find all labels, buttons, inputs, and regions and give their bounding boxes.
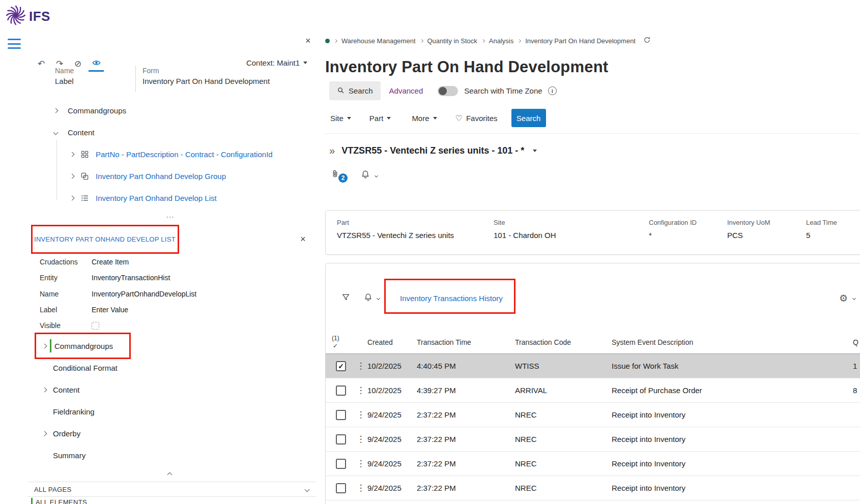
attachments-button[interactable]: 2 <box>331 168 348 183</box>
column-header-clipped[interactable]: Q <box>853 338 860 346</box>
row-checkbox[interactable]: ✓ <box>336 386 346 396</box>
field-label: Lead Time <box>806 219 837 226</box>
row-checkbox[interactable]: ✓ <box>336 361 346 371</box>
kebab-menu-icon[interactable]: ⋮ <box>357 386 365 395</box>
filter-funnel-icon[interactable] <box>341 293 350 304</box>
cell-created: 10/2/2025 <box>367 362 417 370</box>
table-row[interactable]: ✓ ⋮ 10/2/2025 4:39:27 PM ARRIVAL Receipt… <box>326 378 860 403</box>
more-filter-chip[interactable]: More <box>412 114 437 123</box>
chevron-down-icon[interactable] <box>53 130 58 135</box>
cell-transaction-time: 4:40:45 PM <box>417 362 515 370</box>
record-caret-icon[interactable] <box>533 150 537 152</box>
tree-item-commandgroups[interactable]: Commandgroups <box>49 103 126 117</box>
chevron-down-icon[interactable] <box>305 487 310 492</box>
column-header-transaction-code[interactable]: Transaction Code <box>515 338 612 346</box>
all-pages-row[interactable]: ALL PAGES <box>34 486 309 493</box>
row-checkbox[interactable]: ✓ <box>336 459 346 469</box>
chevron-right-icon[interactable] <box>42 343 47 348</box>
table-row[interactable]: ✓ ⋮ 9/24/2025 2:37:22 PM NREC Receipt in… <box>326 427 860 452</box>
gear-icon[interactable]: ⚙ <box>839 293 848 303</box>
column-header-system-event-description[interactable]: System Event Description <box>612 338 853 346</box>
refresh-icon[interactable] <box>643 36 651 45</box>
hamburger-menu-button[interactable] <box>8 39 21 49</box>
filter-row: Site Part More ♡ Favorites Search <box>330 109 546 127</box>
section-orderby[interactable]: Orderby <box>39 426 308 441</box>
tree-item-develop-group[interactable]: Inventory Part Onhand Develop Group <box>65 169 226 183</box>
section-summary[interactable]: Summary <box>39 448 308 463</box>
column-header-transaction-time[interactable]: Transaction Time <box>417 338 515 346</box>
favorites-button[interactable]: ♡ Favorites <box>455 113 498 123</box>
chevron-right-icon[interactable] <box>42 387 47 392</box>
tree-item-partno-field[interactable]: PartNo - PartDescription - Contract - Co… <box>65 147 273 161</box>
chevron-right-icon[interactable] <box>42 431 47 436</box>
kebab-menu-icon[interactable]: ⋮ <box>357 362 365 370</box>
row-checkbox[interactable]: ✓ <box>336 483 346 493</box>
chevron-down-icon[interactable] <box>377 296 380 300</box>
transactions-history-link[interactable]: Inventory Transactions History <box>400 294 503 303</box>
chevron-right-icon[interactable] <box>53 108 58 113</box>
all-elements-row[interactable]: ALL ELEMENTS <box>31 498 87 504</box>
section-fieldranking[interactable]: Fieldranking <box>39 404 308 419</box>
detail-close-icon[interactable]: × <box>300 234 306 244</box>
part-link[interactable]: VTZSR55 - Ventechi Z series units <box>337 231 454 240</box>
bell-icon[interactable] <box>364 293 372 304</box>
notifications-button[interactable] <box>361 170 370 181</box>
breadcrumb-item[interactable]: Inventory Part On Hand Development <box>525 37 636 45</box>
cell-created: 9/24/2025 <box>367 435 417 443</box>
chevron-right-icon[interactable] <box>69 173 74 179</box>
panel-close-icon[interactable]: × <box>305 36 311 45</box>
heart-icon: ♡ <box>455 113 463 123</box>
search-button[interactable]: Search <box>511 109 546 127</box>
advanced-link[interactable]: Advanced <box>389 86 423 95</box>
kebab-menu-icon[interactable]: ⋮ <box>357 484 365 492</box>
timezone-toggle[interactable] <box>438 86 458 96</box>
kebab-menu-icon[interactable]: ⋮ <box>357 435 365 443</box>
part-filter-chip[interactable]: Part <box>369 114 391 123</box>
section-commandgroups[interactable]: Commandgroups <box>39 338 308 353</box>
cell-description: Receipt into Inventory <box>612 435 853 443</box>
property-input[interactable]: InventoryPartOnhandDevelopList <box>92 290 196 298</box>
chevron-down-icon[interactable] <box>375 173 378 177</box>
section-content[interactable]: Content <box>39 382 308 397</box>
collapse-panel-chevron[interactable] <box>168 469 171 479</box>
site-link[interactable]: 101 - Chardon OH <box>494 231 556 240</box>
context-selector[interactable]: Context: Maint1 <box>246 58 307 67</box>
splitter-handle[interactable]: ⋯ <box>166 212 175 222</box>
breadcrumb-item[interactable]: Quantity in Stock <box>427 37 477 45</box>
label-property-value[interactable]: Inventory Part On Hand Development <box>142 77 270 85</box>
table-row[interactable]: ✓ ⋮ 9/24/2025 2:37:22 PM NREC Receipt in… <box>326 476 860 500</box>
chevron-right-icon[interactable] <box>69 152 74 157</box>
selection-header[interactable]: (1) ✓ <box>332 335 354 350</box>
property-row-entity: Entity InventoryTransactionHist <box>40 272 304 283</box>
undo-icon[interactable]: ↶ <box>34 55 49 72</box>
kebab-menu-icon[interactable]: ⋮ <box>357 410 365 419</box>
search-chip-button[interactable]: Search <box>329 81 381 100</box>
property-input[interactable]: Create Item <box>92 258 129 266</box>
tree-item-content[interactable]: Content <box>49 125 95 139</box>
select-all-check-icon[interactable]: ✓ <box>333 342 339 350</box>
table-row[interactable]: ✓ ⋮ 9/24/2025 2:37:22 PM NREC Receipt in… <box>326 452 860 476</box>
cell-description: Receipt into Inventory <box>612 484 853 492</box>
site-filter-chip[interactable]: Site <box>330 114 351 123</box>
info-icon[interactable]: i <box>548 86 557 95</box>
property-input[interactable]: InventoryTransactionHist <box>92 274 170 282</box>
section-conditional-format[interactable]: Conditional Format <box>39 360 308 375</box>
breadcrumb-item[interactable]: Analysis <box>489 37 513 45</box>
property-row-visible: Visible <box>40 320 304 331</box>
expand-selector-icon[interactable]: » <box>329 145 335 156</box>
tree-item-develop-list[interactable]: Inventory Part Onhand Develop List <box>65 191 217 205</box>
visible-checkbox[interactable] <box>92 322 99 330</box>
section-label: Summary <box>53 451 85 460</box>
row-checkbox[interactable]: ✓ <box>336 434 346 444</box>
table-row[interactable]: ✓ ⋮ 10/2/2025 4:40:45 PM WTISS Issue for… <box>326 354 860 378</box>
breadcrumb-item[interactable]: Warehouse Management <box>341 37 416 45</box>
row-checkbox[interactable]: ✓ <box>336 410 346 420</box>
chevron-down-icon[interactable] <box>852 296 856 300</box>
column-header-created[interactable]: Created <box>367 338 417 346</box>
chevron-right-icon[interactable] <box>69 195 74 200</box>
table-row[interactable]: ✓ ⋮ 9/24/2025 2:37:22 PM NREC Receipt in… <box>326 500 860 504</box>
kebab-menu-icon[interactable]: ⋮ <box>357 459 365 468</box>
table-row[interactable]: ✓ ⋮ 9/24/2025 2:37:22 PM NREC Receipt in… <box>326 403 860 427</box>
attachment-count-badge: 2 <box>338 173 348 183</box>
property-input[interactable]: Enter Value <box>92 306 128 314</box>
